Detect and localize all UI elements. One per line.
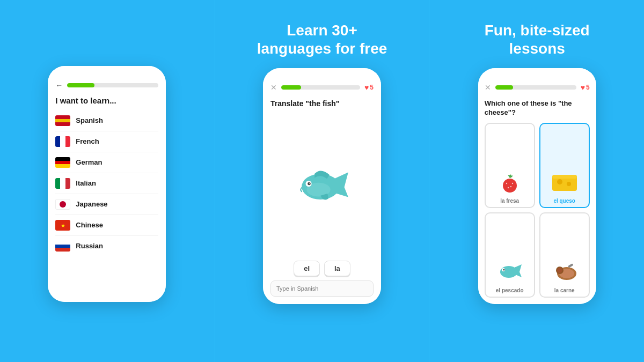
quiz-card-meat[interactable]: la carne [539,212,590,298]
quiz-grid: la fresa el queso [485,123,590,298]
language-item-spanish[interactable]: Spanish [55,110,158,131]
quiz-card-strawberry[interactable]: la fresa [485,123,535,208]
flag-french [55,136,70,147]
want-to-learn-title: I want to learn... [55,96,158,105]
translate-question: Translate "the fish" [270,99,374,108]
svg-point-7 [510,186,511,187]
language-item-french[interactable]: French [55,131,158,152]
panel-left: ← I want to learn... Spanish French Germ… [0,0,215,362]
svg-point-5 [503,179,517,193]
progress-fill [67,83,94,87]
svg-point-20 [557,268,562,273]
language-item-japanese[interactable]: Japanese [55,194,158,215]
svg-point-16 [503,269,504,271]
center-headline: Learn 30+ languages for free [257,21,387,57]
language-name-russian: Russian [76,242,103,250]
phone-right: ✕ ♥ 5 Which one of these is "the cheese"… [478,68,596,304]
language-item-italian[interactable]: Italian [55,173,158,194]
lives-count: 5 [370,84,374,91]
phone-center: ✕ ♥ 5 Translate "the fish" [263,68,381,304]
progress-bar [67,83,158,87]
language-list: Spanish French German Italian Japanese [55,110,158,256]
right-progress-fill [495,85,513,90]
svg-point-11 [557,179,562,184]
quiz-question: Which one of these is "the cheese"? [485,99,590,117]
phone-left-screen: ← I want to learn... Spanish French Germ… [48,66,166,302]
word-button-la[interactable]: la [324,261,350,276]
phone-center-screen: ✕ ♥ 5 Translate "the fish" [263,68,381,304]
card-label-queso: el queso [553,198,575,204]
card-label-pescado: el pescado [496,287,524,293]
phone-center-header: ✕ ♥ 5 [270,83,374,92]
center-progress-bar [281,85,360,90]
type-spanish-input[interactable] [270,280,374,297]
panel-center: Learn 30+ languages for free ✕ ♥ 5 Trans… [215,0,430,362]
close-icon[interactable]: ✕ [270,83,277,92]
flag-chinese [55,220,70,231]
language-name-french: French [76,137,99,145]
quiz-card-fish[interactable]: el pescado [485,212,535,298]
phone-right-header: ✕ ♥ 5 [485,83,590,92]
right-progress-bar [495,85,576,90]
flag-spanish [55,115,70,126]
center-progress-fill [281,85,301,90]
heart-icon: ♥ [364,83,369,92]
flag-japanese [55,199,70,210]
right-close-icon[interactable]: ✕ [485,83,491,92]
right-heart-icon: ♥ [581,83,585,92]
right-lives-display: ♥ 5 [581,83,590,92]
language-item-russian[interactable]: Russian [55,236,158,256]
phone-left-header: ← [55,81,158,90]
svg-rect-13 [552,175,577,179]
card-label-fresa: la fresa [500,198,519,204]
fish-svg [290,163,354,211]
language-item-chinese[interactable]: Chinese [55,215,158,236]
language-name-japanese: Japanese [76,200,107,208]
language-name-german: German [76,158,102,166]
svg-rect-21 [568,263,574,268]
language-item-german[interactable]: German [55,152,158,173]
card-label-carne: la carne [554,287,575,293]
flag-russian [55,241,70,252]
lives-display: ♥ 5 [364,83,374,92]
svg-point-6 [506,183,507,184]
strawberry-icon [495,170,525,195]
flag-italian [55,178,70,189]
svg-point-8 [507,187,508,188]
panel-right: Fun, bite-sized lessons ✕ ♥ 5 Which one … [430,0,644,362]
svg-point-4 [309,182,310,183]
right-lives-count: 5 [586,84,590,91]
flag-german [55,157,70,168]
phone-right-screen: ✕ ♥ 5 Which one of these is "the cheese"… [478,68,596,304]
right-headline: Fun, bite-sized lessons [485,21,590,57]
svg-point-9 [511,183,513,184]
phone-left: ← I want to learn... Spanish French Germ… [48,66,166,302]
svg-point-3 [308,182,311,185]
cheese-icon [550,170,580,195]
quiz-card-cheese[interactable]: el queso [539,123,590,208]
svg-point-14 [500,266,517,278]
meat-icon [550,260,580,284]
fish-small-icon [495,260,525,284]
language-name-italian: Italian [76,179,96,187]
svg-point-12 [567,182,571,186]
word-button-el[interactable]: el [294,261,320,276]
language-name-chinese: Chinese [76,221,103,229]
language-name-spanish: Spanish [76,116,103,124]
fish-illustration [270,113,374,261]
back-arrow-icon[interactable]: ← [55,81,63,90]
word-buttons-row: el la [270,261,374,276]
